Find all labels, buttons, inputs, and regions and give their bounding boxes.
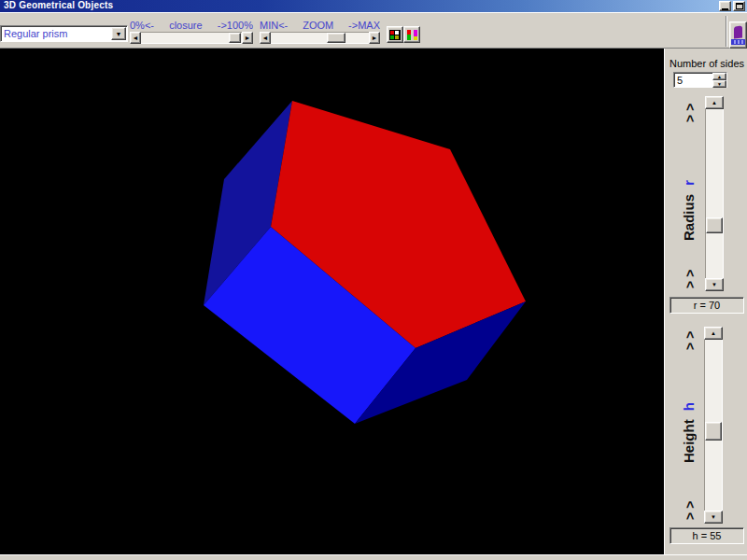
exit-button[interactable] bbox=[729, 21, 747, 49]
zoom-min-label: MIN<- bbox=[260, 20, 288, 31]
control-panel: Number of sides 5 ▲ ▼ >> Radius r >> ▲ ▼… bbox=[664, 49, 747, 554]
scroll-up-icon[interactable]: ▲ bbox=[704, 327, 723, 340]
window-bottom-edge bbox=[0, 554, 747, 560]
chevron-down-icon[interactable]: ▼ bbox=[111, 27, 126, 40]
number-of-sides-label: Number of sides bbox=[667, 58, 747, 69]
height-symbol: h bbox=[681, 402, 697, 411]
spin-down-icon[interactable]: ▼ bbox=[712, 80, 726, 88]
height-scrollbar[interactable]: ▲ ▼ bbox=[704, 327, 723, 524]
app-window: 3D Geometrical Objects Regular prism ▼ 0… bbox=[0, 0, 747, 560]
minimize-button[interactable] bbox=[719, 1, 731, 11]
height-chevrons-bottom: >> bbox=[679, 492, 701, 525]
toolbar: Regular prism ▼ 0%<- closure ->100% ◄ ► … bbox=[0, 12, 747, 49]
shape-select-value: Regular prism bbox=[1, 28, 111, 39]
zoom-scrollbar-thumb[interactable] bbox=[327, 33, 345, 43]
closure-labels: 0%<- closure ->100% bbox=[130, 20, 253, 31]
palette-bars-button[interactable] bbox=[403, 26, 420, 43]
closure-scrollbar-track[interactable] bbox=[141, 32, 242, 44]
closure-0-label: 0%<- bbox=[130, 20, 154, 31]
closure-scrollbar-thumb[interactable] bbox=[229, 33, 241, 43]
height-label: Height h bbox=[677, 371, 701, 494]
radius-scrollbar-thumb[interactable] bbox=[706, 217, 723, 233]
render-viewport[interactable] bbox=[0, 49, 664, 554]
radius-chevrons-bottom: >> bbox=[679, 260, 701, 294]
closure-label: closure bbox=[169, 20, 202, 31]
radius-scrollbar[interactable]: ▲ ▼ bbox=[705, 96, 724, 291]
height-scrollbar-track[interactable] bbox=[704, 340, 723, 511]
zoom-scrollbar-track[interactable] bbox=[271, 32, 369, 44]
shape-select[interactable]: Regular prism ▼ bbox=[0, 25, 128, 42]
minimize-icon bbox=[722, 8, 728, 10]
color-bars-icon bbox=[407, 30, 417, 40]
radius-scrollbar-track[interactable] bbox=[705, 109, 724, 278]
number-of-sides-value: 5 bbox=[674, 73, 712, 87]
title-bar: 3D Geometrical Objects bbox=[0, 0, 747, 12]
scroll-up-icon[interactable]: ▲ bbox=[705, 96, 724, 109]
scroll-left-icon[interactable]: ◄ bbox=[260, 32, 271, 44]
display-colors-button[interactable] bbox=[387, 26, 403, 43]
closure-100-label: ->100% bbox=[218, 20, 253, 31]
zoom-max-label: ->MAX bbox=[348, 20, 380, 31]
closure-scrollbar[interactable]: ◄ ► bbox=[130, 32, 253, 44]
scroll-down-icon[interactable]: ▼ bbox=[704, 511, 723, 524]
height-scrollbar-thumb[interactable] bbox=[705, 422, 722, 441]
radius-symbol: r bbox=[681, 179, 697, 185]
number-of-sides-spinner[interactable]: 5 ▲ ▼ bbox=[673, 72, 727, 88]
scene-svg[interactable] bbox=[0, 49, 664, 554]
exit-bricks-icon bbox=[731, 39, 745, 45]
spin-up-icon[interactable]: ▲ bbox=[712, 73, 726, 80]
maximize-icon bbox=[736, 3, 743, 9]
zoom-labels: MIN<- ZOOM ->MAX bbox=[260, 20, 380, 31]
zoom-scrollbar[interactable]: ◄ ► bbox=[260, 32, 380, 44]
exit-door-icon bbox=[734, 25, 742, 38]
display-colors-icon bbox=[389, 30, 401, 40]
scroll-right-icon[interactable]: ► bbox=[242, 32, 253, 44]
height-readout: h = 55 bbox=[669, 527, 744, 544]
window-title: 3D Geometrical Objects bbox=[4, 0, 113, 10]
scroll-down-icon[interactable]: ▼ bbox=[705, 278, 724, 291]
scroll-left-icon[interactable]: ◄ bbox=[130, 32, 141, 44]
height-chevrons-top: >> bbox=[679, 322, 701, 356]
radius-readout: r = 70 bbox=[669, 297, 744, 314]
radius-chevrons-top: >> bbox=[679, 94, 701, 128]
scroll-right-icon[interactable]: ► bbox=[369, 32, 380, 44]
toolbar-separator bbox=[726, 16, 727, 47]
maximize-button[interactable] bbox=[733, 1, 745, 11]
zoom-label: ZOOM bbox=[303, 20, 333, 31]
